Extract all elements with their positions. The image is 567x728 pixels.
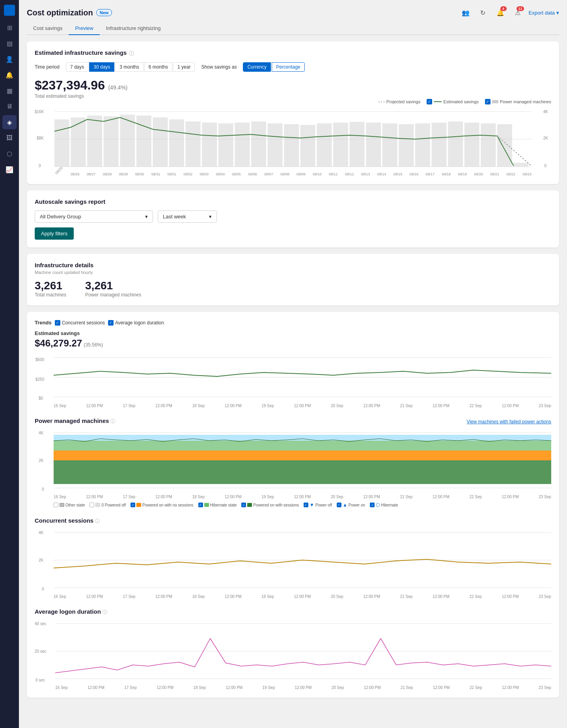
time-btn-1year[interactable]: 1 year xyxy=(173,62,195,72)
svg-rect-13 xyxy=(218,123,233,167)
svg-rect-30 xyxy=(497,124,512,167)
other-state-checkbox[interactable] xyxy=(54,503,58,507)
pm-x-23sep: 23 Sep xyxy=(539,495,551,499)
y-axis-2k: 2K xyxy=(543,136,548,140)
est-savings-value-row: $46,279.27 (35.56%) xyxy=(35,338,551,349)
x-label-0916: 09/16 xyxy=(410,172,419,176)
legend-projected: • • • Projected savings xyxy=(379,99,421,104)
logon-line xyxy=(55,639,551,673)
export-button[interactable]: Export data ▾ xyxy=(529,10,560,16)
time-btn-6months[interactable]: 6 months xyxy=(144,62,172,72)
svg-rect-16 xyxy=(268,123,283,167)
x-axis-labels: 08/25 08/26 08/27 08/28 08/29 08/30 08/3… xyxy=(54,172,532,176)
sidebar-item-users[interactable]: 👤 xyxy=(2,52,17,66)
hibernate-state-label: Hibernate state xyxy=(210,503,237,507)
sidebar-item-notifications[interactable]: 🔔 xyxy=(2,68,17,82)
x-label-0831: 08/31 xyxy=(151,172,160,176)
svg-rect-14 xyxy=(235,123,250,167)
refresh-icon[interactable]: ↻ xyxy=(477,6,489,19)
x-label-0905: 09/05 xyxy=(232,172,241,176)
powered-on-no-sessions-checkbox[interactable]: ✓ xyxy=(131,503,135,507)
legend-estimated-label: Estimated savings xyxy=(443,99,478,104)
x-12pm-1: 12:00 PM xyxy=(86,404,103,408)
sidebar-item-desktop[interactable]: 🖥 xyxy=(2,99,17,114)
sidebar-item-apps[interactable]: ▦ xyxy=(2,84,17,98)
legend-projected-label: Projected savings xyxy=(386,99,421,104)
sidebar-item-cost[interactable]: ◈ xyxy=(2,115,17,129)
view-failed-power-link[interactable]: View machines with failed power actions xyxy=(466,419,551,425)
date-range-dropdown[interactable]: Last week ▾ xyxy=(158,210,217,223)
logon-x-labels: 16 Sep 12:00 PM 17 Sep 12:00 PM 18 Sep 1… xyxy=(55,685,551,690)
y-axis-16k: $16K xyxy=(35,110,44,114)
power-managed-title: Power managed machines xyxy=(35,417,109,424)
tab-preview[interactable]: Preview xyxy=(69,22,99,35)
user-icon[interactable]: 👥 xyxy=(459,6,472,19)
logon-chart: 40 sec 20 sec 0 sec 16 Sep 12:00 PM 17 S… xyxy=(55,620,551,690)
trends-label: Trends xyxy=(35,320,52,326)
logon-check-icon: ✓ xyxy=(108,320,114,326)
x-12pm-5: 12:00 PM xyxy=(363,404,380,408)
x-label-0920: 09/20 xyxy=(474,172,483,176)
delivery-group-dropdown[interactable]: All Delivery Group ▾ xyxy=(35,210,153,223)
infrastructure-details-card: Infrastructure details Machine count upd… xyxy=(27,254,559,305)
delivery-group-chevron-icon: ▾ xyxy=(145,214,148,220)
savings-btn-percentage[interactable]: Percentage xyxy=(272,62,304,72)
logon-y-20: 20 sec xyxy=(35,649,46,654)
concurrent-sessions-checkbox[interactable]: ✓ Concurrent sessions xyxy=(55,320,105,326)
cs-y-4k: 4K xyxy=(39,531,43,535)
tab-cost-savings[interactable]: Cost savings xyxy=(27,22,69,35)
chart-legend: • • • Projected savings ✓ Estimated savi… xyxy=(35,99,551,104)
x-23sep: 23 Sep xyxy=(539,404,551,408)
logon-svg xyxy=(55,620,551,685)
sidebar-item-home[interactable]: ⊞ xyxy=(2,20,17,35)
estimated-checkbox[interactable]: ✓ xyxy=(427,99,432,104)
sidebar-item-network[interactable]: ⬡ xyxy=(2,147,17,161)
pm-legend: Other state 0 Powered off ✓ Powered on w… xyxy=(54,502,551,508)
hibernate-checkbox[interactable]: ✓ xyxy=(370,503,375,507)
savings-trend-svg xyxy=(54,354,551,403)
autoscale-title: Autoscale savings report xyxy=(35,198,551,205)
x-17sep: 17 Sep xyxy=(123,404,136,408)
total-savings-number: $237,394.96 xyxy=(35,78,105,92)
header-actions: 👥 ↻ 🔔 4 ⚠ 11 Export data ▾ xyxy=(459,6,560,19)
svg-rect-17 xyxy=(284,124,299,167)
svg-rect-6 xyxy=(104,116,119,167)
power-on-checkbox[interactable]: ✓ xyxy=(337,503,341,507)
x-label-0901: 09/01 xyxy=(168,172,177,176)
time-btn-3months[interactable]: 3 months xyxy=(115,62,143,72)
pm-bars-group xyxy=(54,435,551,484)
time-btn-7days[interactable]: 7 days xyxy=(66,62,88,72)
power-managed-checkbox[interactable]: ✓ xyxy=(485,99,491,104)
legend-power-managed-label: Power managed machines xyxy=(500,99,551,104)
hibernate-state-checkbox[interactable]: ✓ xyxy=(198,503,203,507)
pm-y-4k: 4K xyxy=(39,431,43,435)
total-machines-label: Total machines xyxy=(35,292,66,298)
other-state-color xyxy=(60,503,64,507)
est-savings-sub-label: Estimated savings xyxy=(35,330,551,336)
powered-off-checkbox[interactable] xyxy=(90,503,94,507)
apply-filters-button[interactable]: Apply filters xyxy=(35,227,74,240)
sidebar-item-images[interactable]: 🖼 xyxy=(2,131,17,145)
sidebar-item-analytics[interactable]: ▤ xyxy=(2,36,17,50)
svg-rect-23 xyxy=(382,123,397,167)
x-label-0912: 09/12 xyxy=(345,172,354,176)
pm-x-21sep: 21 Sep xyxy=(400,495,413,499)
warning-notification[interactable]: ⚠ 11 xyxy=(511,6,524,19)
tab-infrastructure[interactable]: Infrastructure rightsizing xyxy=(100,22,167,35)
x-label-0902: 09/02 xyxy=(184,172,193,176)
infra-title: Infrastructure details xyxy=(35,262,551,268)
sidebar-item-reports[interactable]: 📈 xyxy=(2,162,17,177)
power-off-checkbox[interactable]: ✓ xyxy=(304,503,308,507)
app-logo xyxy=(4,5,15,16)
power-on-label: Power on xyxy=(349,503,365,507)
powered-on-sessions-label: Powered on with sessions xyxy=(253,503,299,507)
logon-y-40: 40 sec xyxy=(35,622,46,626)
bell-notification[interactable]: 🔔 4 xyxy=(494,6,507,19)
avg-logon-checkbox[interactable]: ✓ Average logon duration xyxy=(108,320,164,326)
powered-on-sessions-checkbox[interactable]: ✓ xyxy=(241,503,246,507)
svg-rect-22 xyxy=(366,123,381,167)
savings-btn-currency[interactable]: Currency xyxy=(243,62,271,72)
time-btn-30days[interactable]: 30 days xyxy=(89,62,114,72)
svg-rect-8 xyxy=(136,115,151,167)
x-label-0910: 09/10 xyxy=(313,172,322,176)
